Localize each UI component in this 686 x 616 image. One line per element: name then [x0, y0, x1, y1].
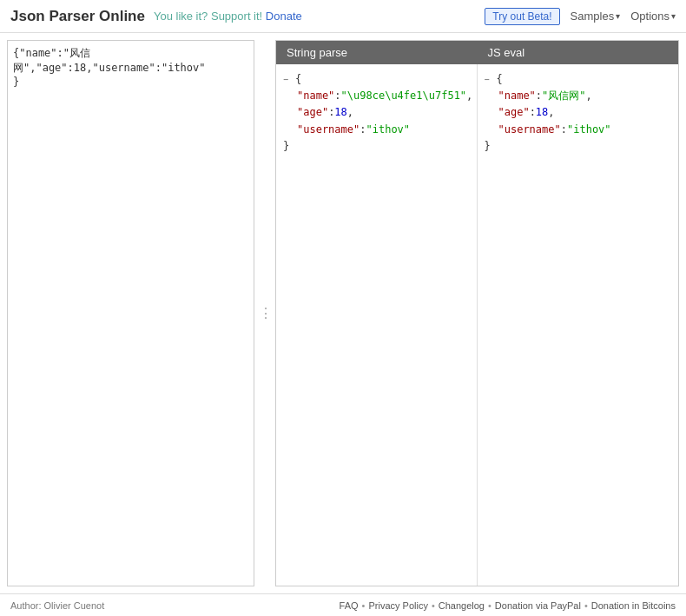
js-eval-header: JS eval [478, 41, 679, 64]
json-value: "\u98ce\u4fe1\u7f51" [341, 89, 467, 102]
tagline-text: You like it? Support it! [154, 10, 262, 23]
json-comma: , [347, 106, 353, 118]
app-title: Json Parser Online [10, 8, 145, 25]
json-value: "ithov" [567, 123, 611, 136]
json-value: "ithov" [366, 123, 410, 136]
footer-separator: • [362, 600, 366, 611]
footer-separator: • [488, 600, 491, 611]
footer-link[interactable]: Privacy Policy [368, 600, 427, 611]
json-key: "name" [498, 89, 536, 102]
header-left: Json Parser Online You like it? Support … [10, 8, 302, 25]
json-tree-line: "username":"ithov" [485, 122, 672, 138]
json-comma: , [548, 106, 554, 118]
json-tree-line: "name":"风信网", [485, 88, 672, 104]
brace-open: { [295, 73, 301, 85]
json-tree-line: − { [283, 71, 470, 88]
footer-links: FAQ•Privacy Policy•Changelog•Donation vi… [340, 600, 676, 611]
json-value: 18 [334, 106, 346, 118]
json-comma: , [466, 89, 472, 102]
samples-chevron-icon: ▾ [616, 11, 620, 21]
options-dropdown[interactable]: Options ▾ [630, 10, 676, 23]
json-key: "username" [498, 123, 561, 136]
json-tree-line: "username":"ithov" [283, 122, 470, 138]
footer-link[interactable]: Donation in Bitcoins [591, 600, 676, 611]
collapse-icon[interactable]: − [485, 75, 495, 84]
footer-separator: • [584, 600, 588, 611]
json-tree-line: "age":18, [283, 104, 470, 121]
js-eval-column[interactable]: − {"name":"风信网","age":18,"username":"ith… [478, 64, 679, 586]
footer-separator: • [432, 600, 435, 611]
panel-divider[interactable]: ⋮ [261, 40, 268, 586]
json-value: 18 [536, 106, 548, 118]
options-label: Options [630, 10, 670, 23]
json-key: "age" [297, 106, 328, 118]
brace-open: { [497, 73, 503, 85]
json-key: "username" [297, 123, 359, 136]
tagline: You like it? Support it! Donate [154, 10, 302, 23]
header: Json Parser Online You like it? Support … [0, 0, 686, 33]
json-tree-line: − { [485, 71, 672, 88]
string-parse-header: String parse [276, 41, 478, 64]
samples-label: Samples [571, 10, 615, 23]
samples-dropdown[interactable]: Samples ▾ [571, 10, 621, 23]
options-chevron-icon: ▾ [671, 11, 676, 21]
right-panel-body: − {"name":"\u98ce\u4fe1\u7f51","age":18,… [276, 64, 678, 586]
json-tree-line: "age":18, [485, 104, 672, 121]
right-panel: String parse JS eval − {"name":"\u98ce\u… [275, 40, 679, 586]
brace-close: } [485, 140, 491, 152]
json-comma: , [586, 89, 592, 102]
json-key: "age" [498, 106, 530, 118]
right-panel-header: String parse JS eval [276, 41, 678, 64]
footer-link[interactable]: Donation via PayPal [495, 600, 581, 611]
json-colon: : [530, 106, 536, 118]
main-content: ⋮ String parse JS eval − {"name":"\u98ce… [0, 33, 686, 593]
json-key: "name" [297, 89, 334, 102]
json-value: "风信网" [542, 89, 585, 102]
brace-close: } [283, 140, 289, 152]
footer-link[interactable]: FAQ [340, 600, 359, 611]
json-colon: : [561, 123, 567, 136]
json-tree-line: } [283, 138, 470, 155]
header-right: Try out Beta! Samples ▾ Options ▾ [485, 8, 676, 25]
try-out-beta-button[interactable]: Try out Beta! [485, 8, 559, 25]
donate-link[interactable]: Donate [266, 10, 302, 23]
string-parse-column[interactable]: − {"name":"\u98ce\u4fe1\u7f51","age":18,… [276, 64, 478, 586]
footer: Author: Olivier Cuenot FAQ•Privacy Polic… [0, 593, 686, 616]
json-input[interactable] [7, 40, 254, 586]
footer-link[interactable]: Changelog [439, 600, 485, 611]
left-panel [7, 40, 254, 586]
author-text: Author: Olivier Cuenot [10, 600, 104, 611]
json-tree-line: } [485, 138, 672, 155]
collapse-icon[interactable]: − [283, 75, 294, 84]
json-colon: : [536, 89, 542, 102]
json-tree-line: "name":"\u98ce\u4fe1\u7f51", [283, 88, 470, 104]
json-colon: : [334, 89, 340, 102]
